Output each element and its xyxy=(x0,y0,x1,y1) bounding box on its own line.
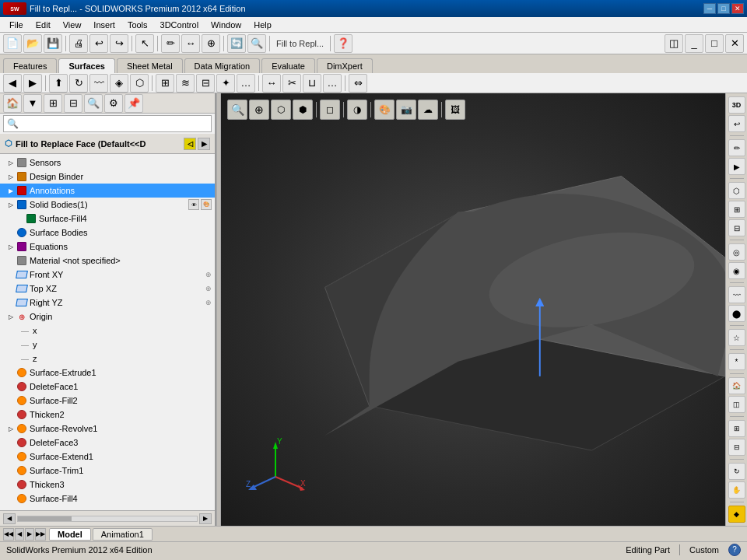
expand-surface-fill4[interactable] xyxy=(6,494,16,503)
tb2-move[interactable]: ⇔ xyxy=(349,74,367,93)
menu-insert[interactable]: Insert xyxy=(87,19,121,31)
tb2-sweep[interactable]: 〰 xyxy=(89,74,108,93)
expand-thicken2[interactable] xyxy=(6,410,16,419)
tree-filter[interactable]: ▼ xyxy=(23,94,42,113)
tree-item-surface-fill4[interactable]: Surface-Fill4 xyxy=(0,492,215,506)
rt-dot-circle[interactable]: ◉ xyxy=(728,262,745,279)
tb2-forward[interactable]: ▶ xyxy=(23,74,42,93)
tree-root-header[interactable]: ⬡ Fill to Replace Face (Default<<D ◁ ▶ xyxy=(0,134,215,154)
panel-close[interactable]: ✕ xyxy=(725,34,744,53)
panel-max[interactable]: □ xyxy=(705,34,724,53)
tb2-more1[interactable]: … xyxy=(237,74,255,93)
rt-play[interactable]: ▶ xyxy=(728,158,745,175)
view-panel-toggle[interactable]: ◫ xyxy=(665,34,683,53)
menu-3dcontrol[interactable]: 3DControl xyxy=(154,19,205,31)
tree-item-material[interactable]: Material <not specified> xyxy=(0,254,215,268)
sheet-next2[interactable]: ▶▶ xyxy=(35,528,46,541)
tree-item-design-binder[interactable]: ▷ Design Binder xyxy=(0,170,215,184)
solidbodies-eye[interactable]: 👁 xyxy=(188,199,199,210)
tree-item-delete-face3[interactable]: DeleteFace3 xyxy=(0,436,215,450)
expand-material[interactable] xyxy=(6,256,16,265)
rt-rotate[interactable]: ↻ xyxy=(728,463,745,480)
sheet-next[interactable]: ▶ xyxy=(25,528,34,541)
tree-home[interactable]: 🏠 xyxy=(3,94,22,113)
3d-viewport[interactable]: 🔍 ⊕ ⬡ ⬢ ◻ ◑ 🎨 📷 ☁ 🖼 xyxy=(221,93,725,526)
tab-animation1[interactable]: Animation1 xyxy=(93,528,153,541)
tab-features[interactable]: Features xyxy=(3,58,57,73)
tree-collapse-all[interactable]: ⊟ xyxy=(64,94,82,113)
expand-delete-face3[interactable] xyxy=(6,438,16,447)
tab-dimxpert[interactable]: DimXpert xyxy=(317,58,373,73)
rt-wave[interactable]: 〰 xyxy=(728,286,745,303)
rt-fill[interactable]: ⬤ xyxy=(728,305,745,322)
expand-equations[interactable]: ▷ xyxy=(6,242,16,251)
tree-item-surface-extrude1[interactable]: Surface-Extrude1 xyxy=(0,366,215,380)
tree-item-right-yz[interactable]: Right YZ ⊕ xyxy=(0,296,215,310)
tree-item-annotations[interactable]: ▶ Annotations xyxy=(0,184,215,198)
scroll-left[interactable]: ◀ xyxy=(3,513,16,524)
tb2-fill[interactable]: ⊞ xyxy=(156,74,174,93)
rt-highlight-btn[interactable]: ◆ xyxy=(728,506,745,523)
expand-surface-extend1[interactable] xyxy=(6,452,16,461)
rt-pan[interactable]: ✋ xyxy=(728,481,745,499)
tree-item-top-xz[interactable]: Top XZ ⊕ xyxy=(0,282,215,296)
tree-search[interactable]: 🔍 xyxy=(84,94,103,113)
tree-item-solid-bodies[interactable]: ▷ Solid Bodies(1) 👁 🎨 xyxy=(0,198,215,212)
tree-item-thicken3[interactable]: Thicken3 xyxy=(0,478,215,492)
scroll-track[interactable] xyxy=(17,516,198,522)
tb2-extrude[interactable]: ⬆ xyxy=(49,74,68,93)
tab-evaluate[interactable]: Evaluate xyxy=(261,58,315,73)
expand-front-xy[interactable] xyxy=(6,270,16,279)
menu-tools[interactable]: Tools xyxy=(121,19,154,31)
open-button[interactable]: 📂 xyxy=(23,34,42,53)
expand-surface-trim1[interactable] xyxy=(6,466,16,475)
tb2-freeform[interactable]: ≋ xyxy=(176,74,195,93)
expand-design-binder[interactable]: ▷ xyxy=(6,172,16,181)
rt-circle[interactable]: ◎ xyxy=(728,243,745,261)
tb2-more2[interactable]: … xyxy=(323,74,342,93)
save-button[interactable]: 💾 xyxy=(44,34,62,53)
rt-asterisk[interactable]: * xyxy=(728,353,745,370)
rt-grid2[interactable]: ⊞ xyxy=(728,420,745,437)
tree-item-delete-face1[interactable]: DeleteFace1 xyxy=(0,380,215,394)
rt-view-home[interactable]: 🏠 xyxy=(728,377,745,394)
menu-file[interactable]: File xyxy=(3,19,30,31)
tree-item-equations[interactable]: ▷ Equations xyxy=(0,240,215,254)
close-button[interactable]: ✕ xyxy=(731,3,744,14)
sheet-prev[interactable]: ◀◀ xyxy=(3,528,14,541)
zoom-button[interactable]: 🔍 xyxy=(247,34,266,53)
tree-item-axis-y[interactable]: — y xyxy=(0,338,215,352)
tab-surfaces[interactable]: Surfaces xyxy=(58,58,114,73)
tab-data-migration[interactable]: Data Migration xyxy=(184,58,261,73)
expand-surface-fill2[interactable] xyxy=(6,396,16,405)
panel-min[interactable]: _ xyxy=(685,34,703,53)
rt-view-std[interactable]: ◫ xyxy=(728,396,745,413)
select-button[interactable]: ↖ xyxy=(135,34,154,53)
tb2-revolve[interactable]: ↻ xyxy=(69,74,88,93)
new-button[interactable]: 📄 xyxy=(3,34,22,53)
tree-item-axis-z[interactable]: — z xyxy=(0,352,215,366)
expand-delete-face1[interactable] xyxy=(6,382,16,391)
solidbodies-color[interactable]: 🎨 xyxy=(201,199,212,210)
tree-item-surface-bodies[interactable]: Surface Bodies xyxy=(0,226,215,240)
rt-star-outline[interactable]: ☆ xyxy=(728,329,745,346)
tree-item-surface-extend1[interactable]: Surface-Extend1 xyxy=(0,450,215,464)
help-button[interactable]: ❓ xyxy=(334,34,352,53)
tab-sheet-metal[interactable]: Sheet Metal xyxy=(117,58,183,73)
expand-surface-revolve1[interactable]: ▷ xyxy=(6,424,16,433)
tree-settings[interactable]: ⚙ xyxy=(104,94,123,113)
menu-help[interactable]: Help xyxy=(247,19,278,31)
tb2-offset[interactable]: ⊟ xyxy=(196,74,215,93)
print-button[interactable]: 🖨 xyxy=(69,34,88,53)
tree-item-surface-fill4-child[interactable]: Surface-Fill4 xyxy=(0,212,215,226)
tab-model[interactable]: Model xyxy=(49,528,91,541)
tb2-radiate[interactable]: ✦ xyxy=(216,74,235,93)
tree-expand-all[interactable]: ⊞ xyxy=(44,94,62,113)
tb2-back[interactable]: ◀ xyxy=(3,74,22,93)
rt-sketch[interactable]: ✏ xyxy=(728,139,745,156)
search-input[interactable] xyxy=(22,119,208,128)
tree-item-origin[interactable]: ▷ ⊕ Origin xyxy=(0,310,215,324)
smart-dim-button[interactable]: ↔ xyxy=(181,34,200,53)
undo-button[interactable]: ↩ xyxy=(89,34,108,53)
tree-item-surface-trim1[interactable]: Surface-Trim1 xyxy=(0,464,215,478)
